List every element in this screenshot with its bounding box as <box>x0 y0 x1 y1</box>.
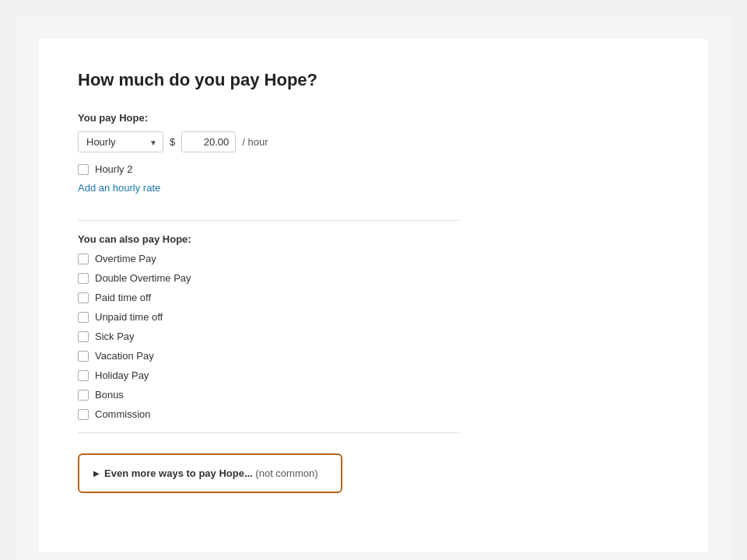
pay-type-dropdown[interactable]: Hourly Ada hourly Salary Flat Rate <box>78 131 163 152</box>
more-ways-box[interactable]: ▶ Even more ways to pay Hope... (not com… <box>78 453 342 493</box>
page-container: How much do you pay Hope? You pay Hope: … <box>16 16 731 560</box>
unpaid-time-off-label: Unpaid time off <box>95 311 163 323</box>
checkboxes-list: Overtime Pay Double Overtime Pay Paid ti… <box>78 253 669 420</box>
double-overtime-checkbox[interactable] <box>78 273 89 284</box>
triangle-icon: ▶ <box>93 469 100 478</box>
unpaid-time-off-checkbox[interactable] <box>78 312 89 323</box>
per-hour-label: / hour <box>242 136 268 148</box>
paid-time-off-label: Paid time off <box>95 292 151 303</box>
main-card: How much do you pay Hope? You pay Hope: … <box>39 39 708 552</box>
holiday-pay-checkbox[interactable] <box>78 370 89 381</box>
holiday-pay-label: Holiday Pay <box>95 369 149 381</box>
bonus-checkbox[interactable] <box>78 390 89 401</box>
vacation-pay-checkbox[interactable] <box>78 351 89 362</box>
bonus-row: Bonus <box>78 389 669 401</box>
also-pay-section: You can also pay Hope: Overtime Pay Doub… <box>78 233 669 420</box>
sick-pay-label: Sick Pay <box>95 331 135 342</box>
pay-type-dropdown-wrapper: Hourly Ada hourly Salary Flat Rate ▼ <box>78 131 163 152</box>
double-overtime-row: Double Overtime Pay <box>78 272 669 284</box>
sick-pay-checkbox[interactable] <box>78 331 89 342</box>
unpaid-time-off-row: Unpaid time off <box>78 311 669 323</box>
more-ways-text: Even more ways to pay Hope... (not commo… <box>104 467 318 479</box>
pay-section-label: You pay Hope: <box>78 112 669 124</box>
sick-pay-row: Sick Pay <box>78 331 669 342</box>
more-ways-bold: Even more ways to pay Hope... <box>104 467 253 479</box>
divider-2 <box>78 432 459 433</box>
more-ways-not-common: (not common) <box>253 467 318 479</box>
overtime-label: Overtime Pay <box>95 253 156 264</box>
pay-row: Hourly Ada hourly Salary Flat Rate ▼ $ /… <box>78 131 669 152</box>
dollar-sign: $ <box>170 136 175 148</box>
paid-time-off-checkbox[interactable] <box>78 292 89 303</box>
add-hourly-rate-link[interactable]: Add an hourly rate <box>78 182 160 194</box>
hourly2-label: Hourly 2 <box>95 163 132 175</box>
also-pay-label: You can also pay Hope: <box>78 233 669 245</box>
hourly2-checkbox[interactable] <box>78 164 89 175</box>
bonus-label: Bonus <box>95 389 124 401</box>
vacation-pay-row: Vacation Pay <box>78 350 669 362</box>
divider-1 <box>78 220 459 221</box>
vacation-pay-label: Vacation Pay <box>95 350 154 362</box>
overtime-checkbox[interactable] <box>78 254 89 264</box>
hourly2-checkbox-row: Hourly 2 <box>78 163 669 175</box>
double-overtime-label: Double Overtime Pay <box>95 272 191 284</box>
amount-input[interactable] <box>181 131 236 152</box>
paid-time-off-row: Paid time off <box>78 292 669 303</box>
commission-checkbox[interactable] <box>78 409 89 420</box>
commission-label: Commission <box>95 408 151 420</box>
page-title: How much do you pay Hope? <box>78 70 669 90</box>
holiday-pay-row: Holiday Pay <box>78 369 669 381</box>
overtime-row: Overtime Pay <box>78 253 669 264</box>
commission-row: Commission <box>78 408 669 420</box>
